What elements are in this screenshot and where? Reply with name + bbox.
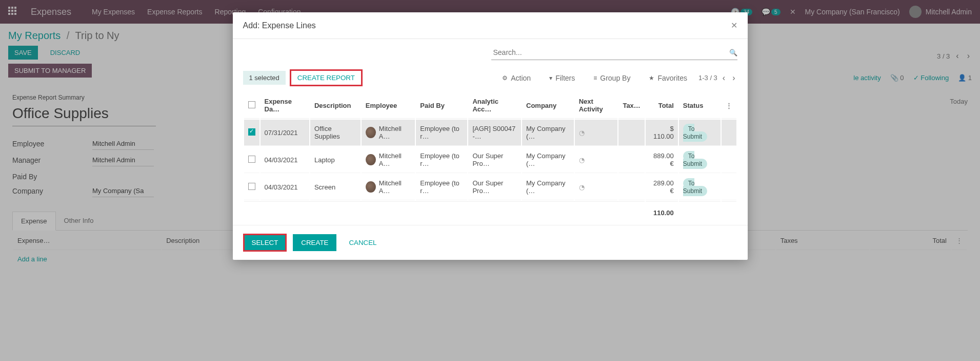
- select-all-checkbox[interactable]: [248, 101, 255, 108]
- clock-icon: ◔: [579, 183, 585, 191]
- cell-company: My Company (…: [522, 120, 574, 146]
- list-icon: ≡: [593, 74, 597, 82]
- add-expense-lines-modal: Add: Expense Lines ✕ 🔍 1 selected CREATE…: [233, 12, 748, 260]
- status-badge: To Submit: [683, 178, 707, 196]
- filters-menu[interactable]: ▾Filters: [542, 74, 582, 82]
- col-company[interactable]: Company: [522, 92, 574, 119]
- modal-title: Add: Expense Lines: [243, 21, 731, 30]
- cell-analytic: [AGR] S00047 -…: [468, 120, 521, 146]
- cell-total: $ 110.00: [646, 120, 678, 146]
- search-icon[interactable]: 🔍: [729, 49, 737, 56]
- modal-overlay: Add: Expense Lines ✕ 🔍 1 selected CREATE…: [0, 0, 980, 361]
- cell-analytic: Our Super Pro…: [468, 174, 521, 200]
- cell-total: 289.00 €: [646, 174, 678, 200]
- cell-next-activity: ◔: [575, 120, 618, 146]
- cell-desc: Office Supplies: [310, 120, 361, 146]
- row-checkbox[interactable]: [248, 183, 255, 190]
- row-checkbox[interactable]: [248, 156, 255, 163]
- cell-paidby: Employee (to r…: [416, 147, 467, 173]
- modal-pager-next-icon[interactable]: ›: [730, 73, 737, 83]
- modal-toolbar: 1 selected CREATE REPORT ⚙Action ▾Filter…: [243, 64, 737, 91]
- status-badge: To Submit: [683, 124, 707, 142]
- cell-desc: Screen: [310, 174, 361, 200]
- table-row[interactable]: 04/03/2021 Screen Mitchell A… Employee (…: [244, 174, 736, 200]
- cell-tax: [618, 120, 644, 146]
- cell-date: 07/31/2021: [261, 120, 309, 146]
- col-total[interactable]: Total: [646, 92, 678, 119]
- cell-tax: [618, 147, 644, 173]
- cell-analytic: Our Super Pro…: [468, 147, 521, 173]
- col-desc[interactable]: Description: [310, 92, 361, 119]
- employee-avatar-icon: [366, 154, 376, 165]
- search-box: 🔍: [491, 45, 737, 60]
- select-button[interactable]: SELECT: [243, 234, 287, 252]
- col-next[interactable]: Next Activity: [575, 92, 618, 119]
- employee-avatar-icon: [366, 181, 376, 193]
- cell-date: 04/03/2021: [261, 147, 309, 173]
- grid-menu-icon[interactable]: ⋮: [726, 102, 732, 109]
- cancel-button[interactable]: CANCEL: [343, 234, 383, 251]
- favorites-menu[interactable]: ★Favorites: [642, 74, 694, 82]
- row-checkbox[interactable]: [248, 128, 255, 136]
- cell-desc: Laptop: [310, 147, 361, 173]
- star-icon: ★: [649, 74, 654, 82]
- modal-pager-prev-icon[interactable]: ‹: [721, 73, 727, 83]
- filter-icon: ▾: [549, 74, 552, 82]
- table-row[interactable]: 07/31/2021 Office Supplies Mitchell A… E…: [244, 120, 736, 146]
- selection-count: 1 selected: [243, 71, 286, 85]
- close-icon[interactable]: ✕: [731, 21, 737, 30]
- clock-icon: ◔: [579, 129, 585, 137]
- cell-paidby: Employee (to r…: [416, 120, 467, 146]
- clock-icon: ◔: [579, 156, 585, 164]
- col-date[interactable]: Expense Da…: [261, 92, 309, 119]
- cell-company: My Company (…: [522, 174, 574, 200]
- col-analytic[interactable]: Analytic Acc…: [468, 92, 521, 119]
- cell-next-activity: ◔: [575, 174, 618, 200]
- total-sum: 110.00: [646, 201, 678, 224]
- action-menu[interactable]: ⚙Action: [495, 74, 538, 82]
- cell-employee: Mitchell A…: [366, 125, 411, 140]
- create-button[interactable]: CREATE: [293, 234, 336, 251]
- cell-date: 04/03/2021: [261, 174, 309, 200]
- table-row[interactable]: 04/03/2021 Laptop Mitchell A… Employee (…: [244, 147, 736, 173]
- col-paidby[interactable]: Paid By: [416, 92, 467, 119]
- modal-pager: 1-3 / 3 ‹ ›: [698, 73, 737, 83]
- cell-total: 889.00 €: [646, 147, 678, 173]
- create-report-button[interactable]: CREATE REPORT: [290, 69, 363, 86]
- employee-avatar-icon: [366, 127, 376, 138]
- status-badge: To Submit: [683, 151, 707, 169]
- cell-employee: Mitchell A…: [366, 179, 411, 195]
- cell-next-activity: ◔: [575, 147, 618, 173]
- expense-lines-grid: Expense Da… Description Employee Paid By…: [243, 91, 737, 225]
- cell-tax: [618, 174, 644, 200]
- col-tax[interactable]: Tax…: [618, 92, 644, 119]
- cell-employee: Mitchell A…: [366, 152, 411, 167]
- search-input[interactable]: [491, 45, 729, 60]
- cell-company: My Company (…: [522, 147, 574, 173]
- gear-icon: ⚙: [502, 74, 508, 82]
- cell-paidby: Employee (to r…: [416, 174, 467, 200]
- groupby-menu[interactable]: ≡Group By: [586, 74, 637, 82]
- col-status[interactable]: Status: [679, 92, 721, 119]
- col-emp[interactable]: Employee: [362, 92, 415, 119]
